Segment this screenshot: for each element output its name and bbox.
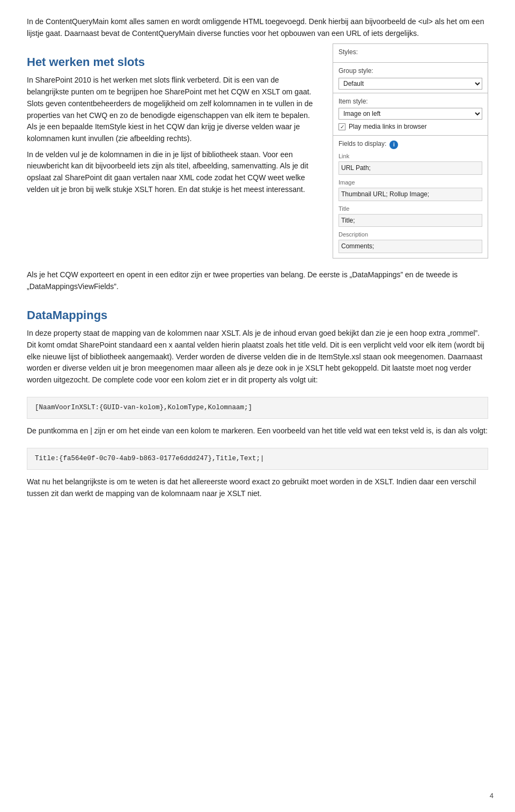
para-after-float: Als je het CQW exporteert en opent in ee… (27, 269, 488, 292)
fields-header: Fields to display: i (339, 139, 482, 151)
description-field-value: Comments; (339, 240, 482, 253)
link-field-value: URL Path; (339, 161, 482, 175)
intro-paragraph: In de ContentQueryMain komt alles samen … (27, 16, 488, 39)
slots-section: Styles: Group style: Default Item style:… (27, 43, 488, 264)
datamappings-heading: DataMappings (27, 306, 488, 324)
title-field-row: Title Title; (339, 203, 482, 229)
fields-display-label: Fields to display: (339, 139, 386, 149)
datamappings-para3: Wat nu het belangrijkste is om te weten … (27, 476, 488, 499)
description-field-row: Description Comments; (339, 228, 482, 255)
styles-panel: Styles: Group style: Default Item style:… (333, 43, 488, 259)
link-field-label: Link (339, 152, 482, 161)
group-style-select[interactable]: Default (339, 78, 482, 90)
image-field-label: Image (339, 178, 482, 187)
item-style-label: Item style: (339, 97, 482, 107)
group-style-label: Group style: (339, 66, 482, 76)
play-media-checkbox[interactable] (339, 123, 345, 130)
group-style-section: Group style: Default (333, 63, 488, 93)
item-style-select[interactable]: Image on left (339, 108, 482, 120)
image-field-value: Thumbnail URL; Rollup Image; (339, 188, 482, 201)
title-field-value: Title; (339, 214, 482, 227)
play-media-label: Play media links in browser (349, 122, 426, 132)
page-content: In de ContentQueryMain komt alles samen … (27, 16, 488, 504)
play-media-row: Play media links in browser (339, 122, 482, 132)
title-field-label: Title (339, 204, 482, 213)
datamappings-code1: [NaamVoorInXSLT:{GUID-van-kolom},KolomTy… (27, 397, 488, 419)
image-field-row: Image Thumbnail URL; Rollup Image; (339, 176, 482, 203)
datamappings-code2: Title:{fa564e0f-0c70-4ab9-b863-0177e6ddd… (27, 448, 488, 470)
description-field-label: Description (339, 230, 482, 239)
datamappings-para1: In deze property staat de mapping van de… (27, 328, 488, 386)
styles-header-section: Styles: (333, 44, 488, 63)
styles-main-label: Styles: (339, 47, 482, 57)
link-field-row: Link URL Path; (339, 150, 482, 176)
fields-display-section: Fields to display: i Link URL Path; Imag… (333, 136, 488, 258)
fields-info-icon[interactable]: i (389, 141, 398, 149)
datamappings-para2: De puntkomma en | zijn er om het einde v… (27, 425, 488, 437)
item-style-section: Item style: Image on left Play media lin… (333, 93, 488, 136)
